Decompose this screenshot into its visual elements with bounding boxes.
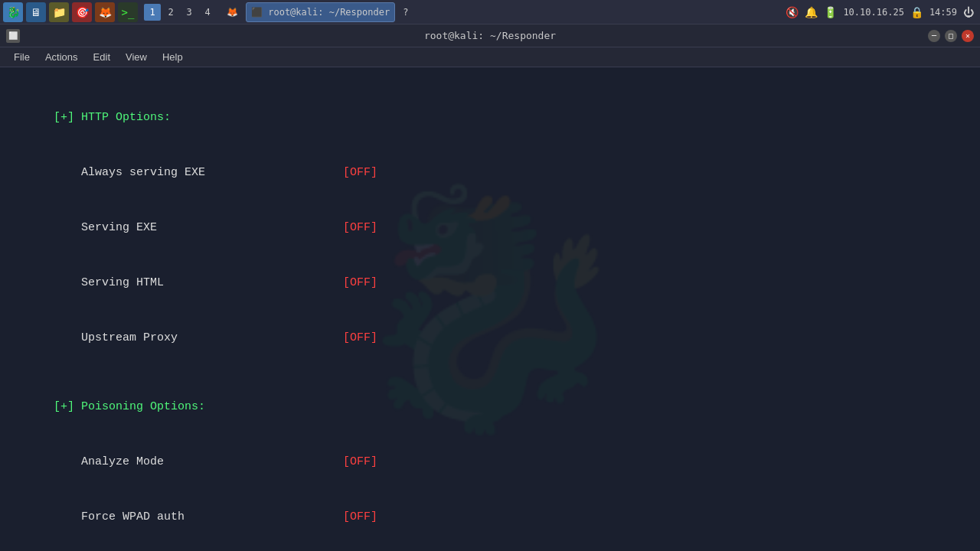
- minimize-button[interactable]: ─: [928, 30, 940, 42]
- ip-display: 10.10.16.25: [843, 7, 903, 18]
- poisoning-header: [+] Poisoning Options:: [12, 380, 968, 435]
- battery-icon[interactable]: 🔋: [824, 6, 837, 18]
- force-basic-line: Force Basic Auth [OFF]: [12, 545, 968, 551]
- extra-app-btn[interactable]: ?: [398, 2, 413, 22]
- taskbar: 🐉 🖥 📁 🎯 🦊 >_ 1 2 3 4 🦊 ⬛ root@kali: ~/Re…: [0, 0, 980, 24]
- maximize-button[interactable]: □: [945, 30, 957, 42]
- serving-exe-line: Serving EXE [OFF]: [12, 201, 968, 256]
- power-icon[interactable]: ⏻: [963, 6, 974, 18]
- bell-icon[interactable]: 🔔: [805, 6, 818, 18]
- terminal-content[interactable]: 🐉 [+] HTTP Options: Always serving EXE […: [0, 67, 980, 551]
- force-wpad-line: Force WPAD auth [OFF]: [12, 490, 968, 545]
- window-titlebar: ⬜ root@kali: ~/Responder ─ □ ✕: [0, 24, 980, 47]
- menu-help[interactable]: Help: [155, 50, 191, 64]
- app-icon-2[interactable]: 📁: [49, 2, 69, 22]
- spacer-0: [12, 77, 968, 90]
- terminal-window: ⬜ root@kali: ~/Responder ─ □ ✕ File Acti…: [0, 24, 980, 551]
- lock-icon[interactable]: 🔒: [910, 6, 923, 18]
- menu-file[interactable]: File: [6, 50, 38, 64]
- analyze-mode-line: Analyze Mode [OFF]: [12, 435, 968, 490]
- always-serving-exe-line: Always serving EXE [OFF]: [12, 145, 968, 201]
- http-header: [+] HTTP Options:: [12, 90, 968, 145]
- firefox-app-btn[interactable]: 🦊: [222, 2, 243, 22]
- taskbar-apps: 🦊 ⬛ root@kali: ~/Responder ?: [222, 2, 413, 22]
- serving-html-line: Serving HTML [OFF]: [12, 256, 968, 311]
- taskbar-left: 🐉 🖥 📁 🎯 🦊 >_ 1 2 3 4 🦊 ⬛ root@kali: ~/Re…: [0, 2, 413, 22]
- upstream-proxy-line: Upstream Proxy [OFF]: [12, 311, 968, 366]
- clock: 14:59: [929, 7, 957, 18]
- terminal-icon[interactable]: >_: [118, 2, 138, 22]
- audio-icon[interactable]: 🔇: [786, 6, 799, 18]
- workspace-2[interactable]: 2: [162, 4, 179, 21]
- firefox-icon[interactable]: 🦊: [95, 2, 115, 22]
- app-icon-3[interactable]: 🎯: [72, 2, 92, 22]
- menu-edit[interactable]: Edit: [86, 50, 118, 64]
- workspace-4[interactable]: 4: [199, 4, 216, 21]
- responder-app-btn[interactable]: ⬛ root@kali: ~/Responder: [246, 2, 395, 22]
- workspace-1[interactable]: 1: [144, 4, 161, 21]
- kali-icon[interactable]: 🐉: [3, 2, 23, 22]
- spacer-1: [12, 366, 968, 380]
- workspace-3[interactable]: 3: [181, 4, 198, 21]
- menu-view[interactable]: View: [118, 50, 155, 64]
- window-icon[interactable]: ⬜: [6, 29, 20, 43]
- menubar: File Actions Edit View Help: [0, 47, 980, 67]
- menu-actions[interactable]: Actions: [38, 50, 86, 64]
- close-button[interactable]: ✕: [962, 30, 974, 42]
- window-controls: ─ □ ✕: [928, 30, 974, 42]
- workspace-nums: 1 2 3 4: [144, 4, 216, 21]
- taskbar-right: 🔇 🔔 🔋 10.10.16.25 🔒 14:59 ⏻: [786, 6, 980, 18]
- app-icon-1[interactable]: 🖥: [26, 2, 46, 22]
- window-title: root@kali: ~/Responder: [424, 30, 556, 41]
